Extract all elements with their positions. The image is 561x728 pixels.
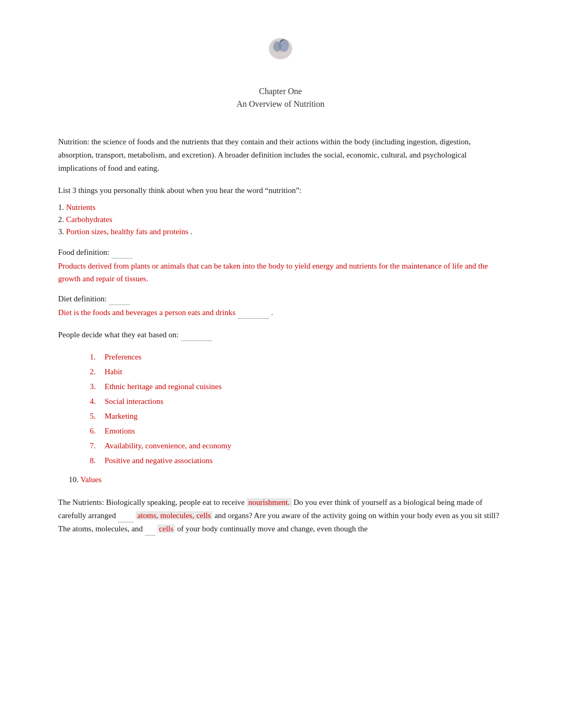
chapter-title: Chapter One (58, 87, 503, 96)
decide-item: 5.Marketing (90, 410, 503, 422)
chapter-subtitle: An Overview of Nutrition (58, 99, 503, 109)
nutrients-blank1 (118, 515, 134, 522)
food-definition-block: Food definition: Products derived from p… (58, 246, 503, 285)
food-underline (111, 251, 133, 259)
diet-definition-text: Diet is the foods and beverages a person… (58, 306, 503, 319)
decide-list: 1.Preferences 2.Habit 3.Ethnic heritage … (58, 351, 503, 467)
logo-area (58, 32, 503, 66)
food-definition-text: Products derived from plants or animals … (58, 260, 503, 285)
nutrients-paragraph: The Nutrients: Biologically speaking, pe… (58, 496, 503, 535)
people-decide-prompt: People decide what they eat based on: (58, 328, 503, 341)
list-num: 2. (58, 215, 66, 224)
nutrients-highlight2: atoms, molecules, cells (136, 511, 212, 520)
list-item: 2. Carbohydrates (58, 215, 503, 224)
decide-item: 8.Positive and negative associations (90, 454, 503, 467)
nutrition-label: Nutrition: (58, 137, 89, 146)
diet-text-underline (238, 311, 269, 319)
nutrition-definition: Nutrition: the science of foods and the … (58, 135, 503, 174)
decide-item: 4.Social interactions (90, 395, 503, 408)
decide-item: 1.Preferences (90, 351, 503, 363)
chapter-header: Chapter One An Overview of Nutrition (58, 87, 503, 109)
list-item: 3. Portion sizes, healthy fats and prote… (58, 227, 503, 236)
diet-definition-block: Diet definition: Diet is the foods and b… (58, 292, 503, 319)
values-num: 10. (69, 475, 79, 484)
page: Chapter One An Overview of Nutrition Nut… (0, 0, 561, 728)
svg-point-2 (273, 41, 282, 52)
values-text: Values (80, 475, 101, 484)
decide-item: 7.Availability, convenience, and economy (90, 439, 503, 452)
period-placeholder: . (190, 227, 192, 236)
list-item: 1. Nutrients (58, 203, 503, 212)
decide-item: 3.Ethnic heritage and regional cuisines (90, 380, 503, 393)
nutrients-label: The Nutrients: (58, 498, 104, 506)
numbered-list: 1. Nutrients 2. Carbohydrates 3. Portion… (58, 203, 503, 236)
list-prompt: List 3 things you personally think about… (58, 184, 503, 197)
diet-definition-label: Diet definition: (58, 292, 503, 305)
nutrients-highlight1: nourishment. (247, 498, 292, 506)
nutrients-highlight3: cells (157, 524, 175, 533)
list-text: Nutrients (66, 203, 96, 211)
diet-underline (109, 298, 130, 305)
list-text: Carbohydrates (66, 215, 112, 224)
list-num: 3. (58, 227, 66, 236)
list-text: Portion sizes, healthy fats and proteins (66, 227, 189, 236)
nutrition-text: the science of foods and the nutrients t… (58, 137, 471, 172)
values-item: 10. Values (58, 475, 503, 484)
decide-item: 6.Emotions (90, 425, 503, 437)
decide-underline (181, 334, 212, 341)
food-definition-label: Food definition: (58, 246, 503, 259)
nutrients-text1: Biologically speaking, people eat to rec… (106, 498, 245, 506)
nutrients-text4: of your body continually move and change… (177, 524, 368, 533)
list-num: 1. (58, 203, 66, 211)
nutrients-blank2 (145, 528, 155, 536)
decide-item: 2.Habit (90, 365, 503, 378)
book-logo-icon (264, 32, 297, 66)
